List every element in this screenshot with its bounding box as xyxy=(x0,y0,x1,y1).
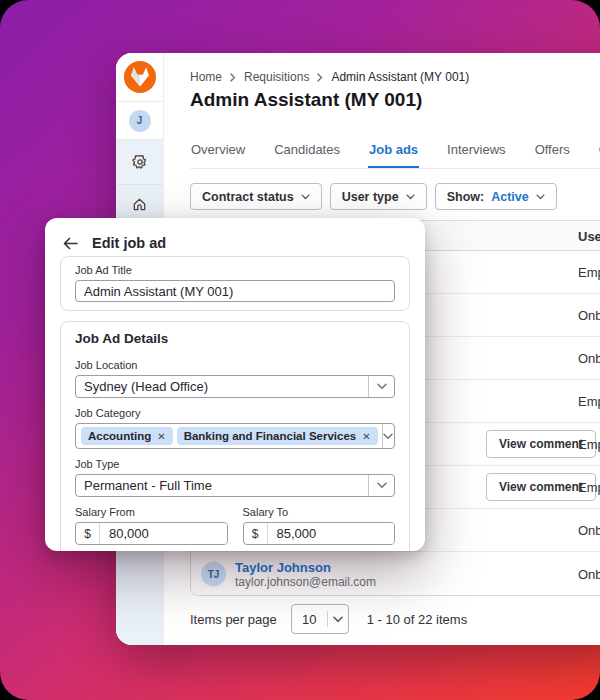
category-pills: Accounting✕Banking and Financial Service… xyxy=(81,427,378,445)
chevron-down-icon xyxy=(536,194,545,200)
user-email: taylor.johnson@email.com xyxy=(235,574,376,588)
category-tag-label: Accounting xyxy=(88,430,151,442)
contract-status-filter[interactable]: Contract status xyxy=(190,183,322,210)
user-name-link[interactable]: Taylor Johnson xyxy=(235,559,376,574)
user-type-value: Onboarding xyxy=(578,566,600,581)
page-title: Admin Assistant (MY 001) xyxy=(190,89,422,111)
table-row[interactable]: TJTaylor Johnsontaylor.johnson@email.com… xyxy=(191,552,600,595)
tab-bar: OverviewCandidatesJob adsInterviewsOffer… xyxy=(190,135,600,169)
user-type-value: Employee xyxy=(578,480,600,495)
salary-to-input[interactable] xyxy=(268,523,395,544)
sidebar-item-settings[interactable] xyxy=(116,140,163,185)
salary-to-field: Salary To $ xyxy=(243,507,396,545)
items-per-page-select[interactable]: 10 xyxy=(291,604,349,634)
salary-from-label: Salary From xyxy=(75,507,228,518)
arrow-left-icon xyxy=(63,237,78,250)
tab-job-ads[interactable]: Job ads xyxy=(368,135,419,168)
user-cell: TJTaylor Johnsontaylor.johnson@email.com xyxy=(201,559,376,588)
breadcrumb-item[interactable]: Admin Assistant (MY 001) xyxy=(331,70,469,84)
user-type-value: Onboarding xyxy=(578,351,600,366)
pagination-range: 1 - 10 of 22 items xyxy=(367,612,467,627)
job-location-field: Job Location Sydney (Head Office) xyxy=(75,360,395,398)
job-ad-title-input[interactable] xyxy=(75,280,395,302)
user-type-value: Onboarding xyxy=(578,523,600,538)
breadcrumb-item[interactable]: Home xyxy=(190,70,222,84)
column-header-user-type: User type xyxy=(578,228,600,243)
salary-from-field: Salary From $ xyxy=(75,507,228,545)
job-type-value: Permanent - Full Time xyxy=(84,478,212,493)
job-category-label: Job Category xyxy=(75,408,395,419)
salary-to-label: Salary To xyxy=(243,507,396,518)
tab-overview[interactable]: Overview xyxy=(190,135,246,168)
user-type-filter[interactable]: User type xyxy=(330,183,427,210)
job-ad-details-card: Job Ad Details Job Location Sydney (Head… xyxy=(60,321,410,551)
avatar: J xyxy=(129,110,151,132)
user-type-value: Onboarding xyxy=(578,308,600,323)
edit-job-ad-modal: Edit job ad Job Ad Title Job Ad Details … xyxy=(45,218,425,551)
remove-tag-icon[interactable]: ✕ xyxy=(362,431,370,442)
chevron-down-icon xyxy=(377,482,387,489)
job-type-field: Job Type Permanent - Full Time xyxy=(75,459,395,497)
breadcrumb-item[interactable]: Requisitions xyxy=(244,70,309,84)
modal-header: Edit job ad xyxy=(45,218,425,256)
salary-row: Salary From $ Salary To $ xyxy=(75,507,395,545)
currency-symbol: $ xyxy=(244,523,268,544)
pagination-bar: Items per page 10 1 - 10 of 22 items xyxy=(190,604,467,634)
category-tag: Banking and Financial Services✕ xyxy=(177,427,378,445)
filter-bar: Contract status User type Show: Active xyxy=(190,183,557,210)
job-location-label: Job Location xyxy=(75,360,395,371)
job-ad-title-card: Job Ad Title xyxy=(60,256,410,311)
chevron-down-icon xyxy=(383,433,393,440)
chevron-right-icon xyxy=(230,73,236,82)
back-button[interactable] xyxy=(63,237,78,250)
tab-candidates[interactable]: Candidates xyxy=(273,135,341,168)
category-tag: Accounting✕ xyxy=(81,427,173,445)
chevron-down-icon xyxy=(333,616,343,623)
app-logo[interactable] xyxy=(116,53,163,102)
tab-offers[interactable]: Offers xyxy=(534,135,571,168)
job-ad-details-heading: Job Ad Details xyxy=(75,332,395,346)
chevron-right-icon xyxy=(317,73,323,82)
show-label: Show: xyxy=(447,190,485,204)
breadcrumb: HomeRequisitionsAdmin Assistant (MY 001) xyxy=(190,70,469,84)
avatar: TJ xyxy=(201,561,226,586)
tab-interviews[interactable]: Interviews xyxy=(446,135,507,168)
job-ad-title-label: Job Ad Title xyxy=(75,265,395,276)
chevron-down-icon xyxy=(406,194,415,200)
user-type-value: Employee xyxy=(578,394,600,409)
user-type-value: Employee xyxy=(578,437,600,452)
category-tag-label: Banking and Financial Services xyxy=(184,430,357,442)
job-category-field: Job Category Accounting✕Banking and Fina… xyxy=(75,408,395,449)
user-type-value: Employee xyxy=(578,265,600,280)
items-per-page-value: 10 xyxy=(292,612,327,627)
chevron-down-icon xyxy=(301,194,310,200)
items-per-page-label: Items per page xyxy=(190,612,277,627)
user-info: Taylor Johnsontaylor.johnson@email.com xyxy=(235,559,376,588)
remove-tag-icon[interactable]: ✕ xyxy=(157,431,165,442)
job-location-value: Sydney (Head Office) xyxy=(84,379,208,394)
user-type-label: User type xyxy=(342,190,399,204)
job-location-select[interactable]: Sydney (Head Office) xyxy=(75,375,395,398)
job-category-select[interactable]: Accounting✕Banking and Financial Service… xyxy=(75,423,395,449)
sidebar-user-avatar[interactable]: J xyxy=(116,102,163,140)
show-filter[interactable]: Show: Active xyxy=(435,183,557,210)
job-type-select[interactable]: Permanent - Full Time xyxy=(75,474,395,497)
salary-from-input[interactable] xyxy=(100,523,227,544)
contract-status-label: Contract status xyxy=(202,190,294,204)
home-icon xyxy=(132,197,147,212)
gradient-background: J HomeRequisitionsAdmin Assistant (MY 00… xyxy=(0,0,600,700)
fox-logo-icon xyxy=(123,60,157,94)
chevron-down-icon xyxy=(377,383,387,390)
modal-title: Edit job ad xyxy=(92,235,166,251)
show-value: Active xyxy=(491,190,529,204)
gear-icon xyxy=(132,154,148,170)
job-type-label: Job Type xyxy=(75,459,395,470)
currency-symbol: $ xyxy=(76,523,100,544)
